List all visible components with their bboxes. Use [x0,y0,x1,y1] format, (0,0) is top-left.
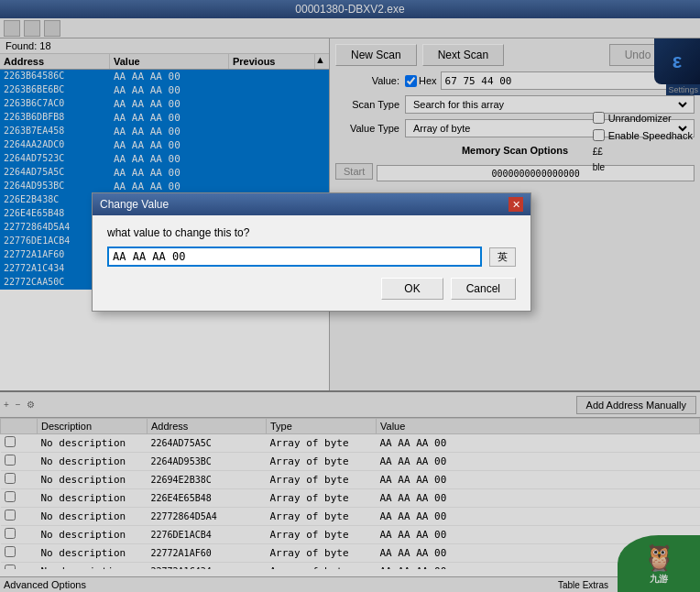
dialog-input-row: 英 [107,247,516,267]
dialog-value-input[interactable] [107,247,482,267]
dialog-title-text: Change Value [100,198,169,211]
dialog-buttons: OK Cancel [107,278,516,300]
dialog-close-button[interactable]: ✕ [509,197,523,212]
change-value-dialog: Change Value ✕ what value to change this… [92,192,531,312]
ok-button[interactable]: OK [381,278,443,300]
dialog-question: what value to change this to? [107,226,516,239]
dialog-title-bar: Change Value ✕ [93,193,530,215]
cancel-button[interactable]: Cancel [451,278,516,300]
dialog-body: what value to change this to? 英 OK Cance… [93,215,530,311]
lang-button[interactable]: 英 [489,247,516,267]
dialog-overlay: Change Value ✕ what value to change this… [0,0,700,592]
